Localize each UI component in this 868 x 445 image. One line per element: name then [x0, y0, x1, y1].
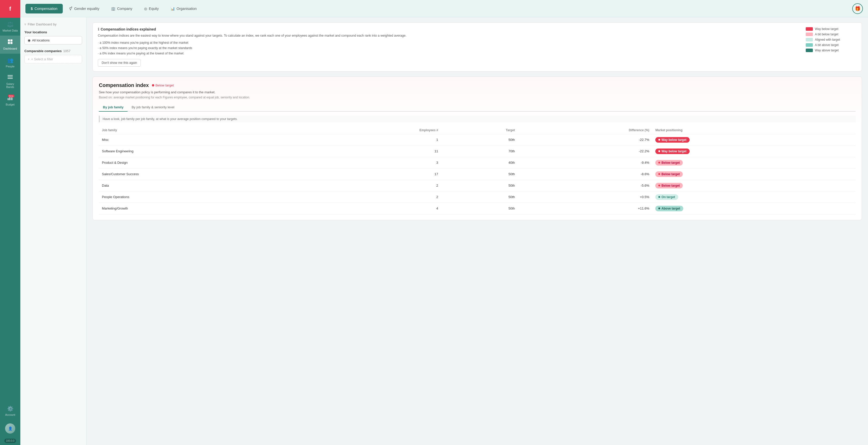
tab-compensation[interactable]: $ Compensation — [25, 4, 63, 13]
cell-market-positioning: Above target — [652, 203, 856, 214]
sidebar: f ⚖️ Market Data Dashboard 👥 People — [0, 0, 20, 445]
svg-rect-6 — [8, 78, 13, 79]
svg-rect-3 — [10, 42, 12, 44]
market-badge: Below target — [655, 183, 683, 188]
compensation-table: Job family Employees # Target Difference… — [99, 126, 856, 214]
location-icon: ◉ — [28, 38, 30, 42]
cell-difference: +11.6% — [518, 203, 652, 214]
version-badge: 100.0.0 — [4, 439, 16, 443]
cell-target: 50th — [441, 191, 518, 203]
bullet-2: · a 50% index means you're paying exactl… — [98, 46, 801, 51]
svg-rect-7 — [8, 98, 9, 100]
add-filter-icon: + — [28, 57, 30, 61]
tab-gender-equality[interactable]: ⚥ Gender equality — [64, 4, 105, 13]
company-label: Company — [117, 7, 132, 11]
cell-employees: 4 — [316, 203, 441, 214]
filter-icon: ▿ — [24, 22, 26, 26]
right-panel: ℹ Compensation indices explained Compens… — [86, 17, 868, 445]
cell-target: 50th — [441, 134, 518, 145]
add-filter-button[interactable]: + + Select a filter — [24, 55, 82, 63]
cell-employees: 2 — [316, 191, 441, 203]
gender-equality-icon: ⚥ — [69, 7, 72, 11]
dont-show-button[interactable]: Don't show me this again — [98, 59, 141, 67]
compensation-tab-label: Compensation — [35, 7, 57, 11]
market-badge: Below target — [655, 171, 683, 177]
badge-dot — [658, 150, 660, 152]
cell-market-positioning: Below target — [652, 180, 856, 191]
legend-swatch — [806, 43, 813, 47]
svg-rect-1 — [10, 39, 12, 41]
sidebar-label-market-data: Market Data — [3, 29, 18, 32]
table-note: Have a look, job family per job family, … — [99, 116, 856, 122]
cell-difference: -8.6% — [518, 168, 652, 180]
tab-organisation[interactable]: 📊 Organisation — [165, 4, 202, 13]
location-select[interactable]: ◉ All locations — [24, 36, 82, 44]
cell-target: 50th — [441, 180, 518, 191]
legend-item: Way above target — [806, 49, 857, 52]
sidebar-item-budget[interactable]: Beta Budget — [0, 92, 20, 110]
cell-market-positioning: Below target — [652, 168, 856, 180]
cell-difference: +0.5% — [518, 191, 652, 203]
col-employees: Employees # — [316, 126, 441, 134]
sidebar-item-account[interactable]: ⚙️ Account — [0, 402, 20, 420]
comp-description: See how your compensation policy is perf… — [99, 90, 856, 94]
sidebar-item-dashboard[interactable]: Dashboard — [0, 36, 20, 54]
tab-equity[interactable]: ◎ Equity — [139, 4, 164, 13]
comp-section-header: Compensation index Below target — [99, 82, 856, 88]
sidebar-avatar-item[interactable]: 👤 — [0, 420, 20, 439]
tab-by-job-family[interactable]: By job family — [99, 103, 128, 112]
sidebar-item-people[interactable]: 👥 People — [0, 54, 20, 71]
badge-dot — [658, 196, 660, 198]
badge-dot — [658, 173, 660, 175]
legend-label: Way above target — [815, 49, 839, 52]
cell-difference: -22.7% — [518, 134, 652, 145]
compensation-index-section: Compensation index Below target See how … — [92, 77, 862, 220]
gift-button[interactable]: 🎁 — [852, 3, 863, 14]
account-icon: ⚙️ — [7, 406, 13, 412]
svg-rect-2 — [8, 42, 10, 44]
comparable-count: 1057 — [63, 49, 71, 53]
organisation-label: Organisation — [177, 7, 197, 11]
legend-item: A bit below target — [806, 33, 857, 36]
cell-employees: 17 — [316, 168, 441, 180]
table-header-row: Job family Employees # Target Difference… — [99, 126, 856, 134]
svg-rect-8 — [9, 97, 10, 100]
avatar: 👤 — [5, 423, 15, 434]
comp-based-on: Based on: average market positioning for… — [99, 96, 856, 99]
sidebar-item-salary-bands[interactable]: Salary Bands — [0, 71, 20, 92]
equity-label: Equity — [149, 7, 159, 11]
cell-employees: 3 — [316, 157, 441, 168]
legend-item: Aligned with target — [806, 38, 857, 41]
tab-by-job-family-seniority[interactable]: By job family & seniority level — [128, 103, 178, 112]
status-label: Below target — [156, 83, 174, 87]
legend-swatch — [806, 38, 813, 41]
legend-label: A bit above target — [815, 43, 839, 47]
cell-difference: -22.2% — [518, 145, 652, 157]
logo[interactable]: f — [0, 0, 20, 18]
cell-market-positioning: Way below target — [652, 134, 856, 145]
sidebar-label-people: People — [6, 65, 14, 68]
sidebar-item-market-data[interactable]: ⚖️ Market Data — [0, 18, 20, 36]
table-row: People Operations 2 50th +0.5% On target — [99, 191, 856, 203]
equity-icon: ◎ — [144, 7, 147, 11]
cell-target: 50th — [441, 168, 518, 180]
badge-dot — [658, 139, 660, 141]
legend-item: Way below target — [806, 27, 857, 31]
market-badge: On target — [655, 194, 678, 200]
scale-icon: ⚖️ — [7, 21, 13, 27]
cell-employees: 2 — [316, 180, 441, 191]
market-badge: Way below target — [655, 149, 689, 154]
col-target: Target — [441, 126, 518, 134]
tab-company[interactable]: 🏢 Company — [106, 4, 138, 13]
main-content: $ Compensation ⚥ Gender equality 🏢 Compa… — [20, 0, 868, 445]
table-row: Data 2 50th -5.6% Below target — [99, 180, 856, 191]
info-main: ℹ Compensation indices explained Compens… — [98, 27, 801, 67]
sidebar-label-salary-bands: Salary Bands — [2, 82, 18, 88]
top-navigation: $ Compensation ⚥ Gender equality 🏢 Compa… — [20, 0, 868, 17]
legend-label: Aligned with target — [815, 38, 840, 41]
svg-rect-0 — [8, 39, 10, 41]
legend-swatch — [806, 27, 813, 31]
cell-target: 40th — [441, 157, 518, 168]
market-badge: Above target — [655, 206, 683, 211]
status-dot — [152, 84, 154, 86]
